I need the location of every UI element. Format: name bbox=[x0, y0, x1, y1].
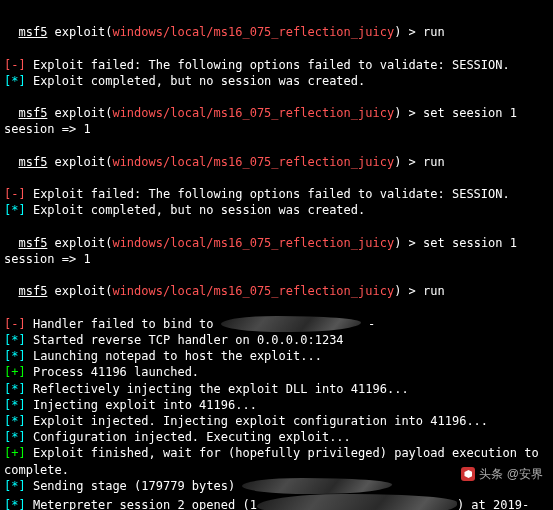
redacted-region bbox=[257, 494, 457, 510]
status-line: [*] Started reverse TCP handler on 0.0.0… bbox=[4, 332, 549, 348]
status-line: [*] Configuration injected. Executing ex… bbox=[4, 429, 549, 445]
msf-prompt: msf5 bbox=[18, 25, 47, 39]
status-line: [*] Launching notepad to host the exploi… bbox=[4, 348, 549, 364]
prompt-line: msf5 exploit(windows/local/ms16_075_refl… bbox=[4, 138, 549, 170]
prompt-line: msf5 exploit(windows/local/ms16_075_refl… bbox=[4, 218, 549, 250]
status-line: [*] Exploit completed, but no session wa… bbox=[4, 73, 549, 89]
exploit-path: windows/local/ms16_075_reflection_juicy bbox=[112, 25, 394, 39]
blank bbox=[4, 299, 549, 315]
blank bbox=[4, 40, 549, 56]
toutiao-icon bbox=[461, 467, 475, 481]
status-line: [*] Reflectively injecting the exploit D… bbox=[4, 381, 549, 397]
bracket-minus: [-] bbox=[4, 58, 26, 72]
result-line: seesion => 1 bbox=[4, 121, 549, 137]
status-line: [*] Exploit injected. Injecting exploit … bbox=[4, 413, 549, 429]
bracket-star: [*] bbox=[4, 74, 26, 88]
prompt-line: msf5 exploit(windows/local/ms16_075_refl… bbox=[4, 8, 549, 40]
status-line: [*] Injecting exploit into 41196... bbox=[4, 397, 549, 413]
status-line: [*] Exploit completed, but no session wa… bbox=[4, 202, 549, 218]
redacted-region bbox=[221, 316, 361, 332]
prompt-line: msf5 exploit(windows/local/ms16_075_refl… bbox=[4, 267, 549, 299]
status-line: [-] Handler failed to bind to - bbox=[4, 316, 549, 333]
cmd: run bbox=[423, 25, 445, 39]
status-line: [-] Exploit failed: The following option… bbox=[4, 186, 549, 202]
result-line: session => 1 bbox=[4, 251, 549, 267]
watermark: 头条 @安界 bbox=[461, 466, 543, 482]
blank bbox=[4, 170, 549, 186]
status-line: [*] Meterpreter session 2 opened (1) at … bbox=[4, 494, 549, 510]
status-line: [+] Process 41196 launched. bbox=[4, 364, 549, 380]
redacted-region bbox=[242, 478, 392, 494]
prompt-line: msf5 exploit(windows/local/ms16_075_refl… bbox=[4, 89, 549, 121]
status-line: [-] Exploit failed: The following option… bbox=[4, 57, 549, 73]
bracket-plus: [+] bbox=[4, 365, 26, 379]
